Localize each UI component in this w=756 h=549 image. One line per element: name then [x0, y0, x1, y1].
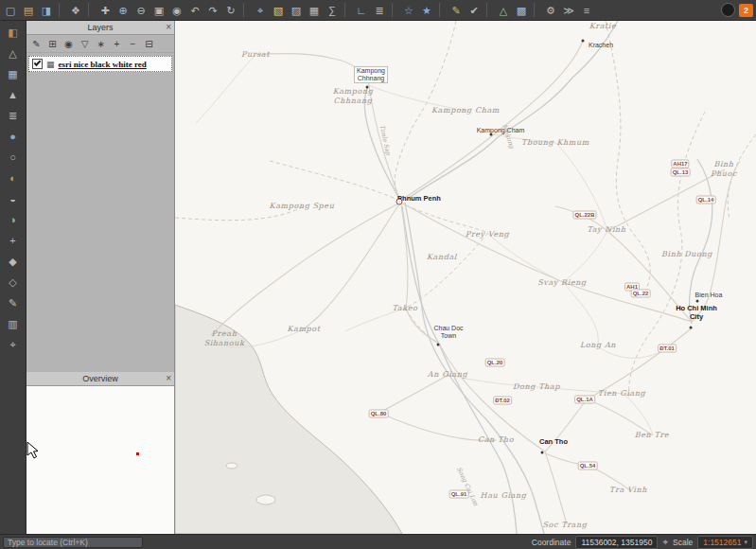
region-label: Tra Vinh [609, 486, 647, 495]
save-edits-icon[interactable]: ✔ [466, 2, 483, 19]
show-bookmarks-icon[interactable]: ★ [418, 2, 435, 19]
save-project-icon[interactable]: ◨ [38, 2, 55, 19]
options-icon[interactable]: ≡ [578, 2, 595, 19]
remove-layer-icon[interactable]: ⊟ [142, 37, 156, 51]
zoom-next-icon[interactable]: ↷ [204, 2, 221, 19]
zoom-full-icon[interactable]: ▣ [150, 2, 167, 19]
add-group-icon[interactable]: ⊞ [45, 37, 60, 51]
layer-row[interactable]: ▦ esri nice black white red [28, 56, 172, 72]
toolbar-right-cluster: 2 [721, 3, 754, 17]
region-label: Kampong Speu [270, 202, 335, 211]
region-label: Kratie [589, 22, 617, 31]
status-bar: Coordinate 11536002, 1351950 ⌖ Scale 1:1… [0, 534, 756, 549]
identify-features-icon[interactable]: ⌖ [252, 2, 269, 19]
overview-content[interactable] [26, 386, 174, 534]
data-source-manager-icon[interactable]: ◧ [4, 25, 23, 41]
scale-value-text: 1:1512651 [703, 538, 741, 547]
new-project-icon[interactable]: ▢ [2, 2, 19, 19]
city-label: Phnum Penh [397, 195, 441, 204]
layers-close-icon[interactable]: × [166, 21, 171, 34]
filter-by-expression-icon[interactable]: ∗ [94, 37, 108, 51]
overview-extent-marker [136, 452, 139, 455]
add-wfs-layer-icon[interactable]: ◑ [4, 212, 23, 228]
pan-map-icon[interactable]: ✚ [97, 2, 114, 19]
profile-icon[interactable] [721, 3, 735, 17]
manage-map-themes-icon[interactable]: ◉ [62, 37, 76, 51]
add-raster-layer-icon[interactable]: ▩ [513, 2, 530, 19]
overview-panel-header: Overview × [26, 372, 174, 386]
layer-visibility-checkbox[interactable] [32, 59, 43, 69]
region-label: Binh Phuoc [708, 160, 740, 179]
scale-dropdown-icon[interactable]: ▾ [744, 539, 747, 546]
region-label: Long An [580, 341, 616, 350]
locate-input[interactable] [3, 537, 143, 548]
region-label: Svay Rieng [537, 278, 586, 288]
add-delimited-text-layer-icon[interactable]: ≣ [4, 108, 23, 124]
new-geopackage-layer-icon[interactable]: ◆ [4, 254, 23, 270]
open-project-icon[interactable]: ▤ [20, 2, 37, 19]
add-xyz-layer-icon[interactable]: ◒ [4, 191, 23, 207]
region-label: Takeo [393, 304, 418, 313]
python-console-icon[interactable]: ≫ [560, 2, 577, 19]
select-features-icon[interactable]: ▧ [270, 2, 287, 19]
open-layer-styling-panel-icon[interactable]: ✎ [29, 37, 44, 51]
style-manager-icon[interactable]: ❖ [67, 2, 84, 19]
coordinate-value[interactable]: 11536002, 1351950 [575, 536, 658, 549]
city-label: Can Tho [539, 438, 568, 447]
extents-icon[interactable]: ⌖ [662, 537, 668, 548]
city-marker [541, 452, 544, 454]
add-vector-layer-icon[interactable]: △ [495, 2, 512, 19]
open-attribute-table-icon[interactable]: ▦ [306, 2, 323, 19]
toggle-editing-icon[interactable]: ✎ [448, 2, 465, 19]
expand-all-icon[interactable]: + [110, 37, 124, 51]
new-virtual-layer-icon[interactable]: ◇ [4, 274, 23, 291]
scale-label: Scale [673, 538, 693, 547]
open-layer-styling-icon[interactable]: ✎ [4, 295, 23, 311]
measure-line-icon[interactable]: ∟ [353, 2, 370, 19]
filter-legend-icon[interactable]: ▽ [78, 37, 92, 51]
zoom-out-icon[interactable]: ⊖ [132, 2, 149, 19]
add-spatialite-layer-icon[interactable]: ○ [4, 150, 23, 166]
city-marker [437, 344, 440, 346]
left-toolbar: ◧△▦▲≣●○◐◒◑+◆◇✎▥⌖ [0, 21, 26, 534]
map-canvas[interactable]: KratiePursatKampong ChhnangKampong ChamT… [175, 21, 756, 534]
add-mesh-layer-icon[interactable]: ▲ [4, 87, 23, 103]
add-postgis-layer-icon[interactable]: ● [4, 129, 23, 145]
region-label: Prey Veng [466, 230, 509, 239]
layers-panel-header: Layers × [26, 21, 174, 35]
zoom-in-icon[interactable]: ⊕ [114, 2, 132, 19]
region-label: Kampot [287, 325, 320, 334]
new-shapefile-layer-icon[interactable]: + [4, 233, 23, 249]
road-shield: QL.22B [572, 211, 596, 220]
overview-close-icon[interactable]: × [166, 372, 171, 385]
road-shield: QL.20 [485, 359, 505, 367]
region-label: Tay Ninh [587, 225, 625, 235]
new-bookmark-icon[interactable]: ☆ [400, 2, 417, 19]
deselect-features-icon[interactable]: ▨ [288, 2, 305, 19]
processing-toolbox-icon[interactable]: ⚙ [542, 2, 559, 19]
region-label: Hau Giang [481, 491, 527, 501]
notification-badge[interactable]: 2 [739, 4, 753, 17]
main-row: ◧△▦▲≣●○◐◒◑+◆◇✎▥⌖ Layers × ✎⊞◉▽∗+−⊟ ▦ esr… [0, 21, 756, 534]
road-shield: QL.54 [578, 462, 598, 470]
scale-value[interactable]: 1:1512651 ▾ [697, 536, 753, 549]
refresh-map-icon[interactable]: ↻ [222, 2, 239, 19]
add-raster-layer-icon[interactable]: ▦ [4, 66, 23, 82]
toolbar-separator [392, 3, 396, 17]
zoom-to-selection-icon[interactable]: ◉ [168, 2, 185, 19]
region-label: Kampong Cham [431, 106, 500, 115]
statistics-panel-icon[interactable]: ≣ [371, 2, 388, 19]
zoom-last-icon[interactable]: ↶ [186, 2, 203, 19]
road-shield: QL.22 [631, 290, 651, 298]
collapse-all-icon[interactable]: − [126, 37, 140, 51]
road-shield: AH17 [671, 160, 689, 168]
layer-name[interactable]: esri nice black white red [59, 60, 147, 69]
add-wms-layer-icon[interactable]: ◐ [4, 170, 23, 186]
toolbar-separator [534, 3, 538, 17]
georeferencer-icon[interactable]: ⌖ [4, 337, 23, 353]
region-label: Kampong Chhnang [333, 87, 374, 106]
field-calculator-icon[interactable]: ∑ [324, 2, 341, 19]
add-vector-layer-icon[interactable]: △ [4, 45, 23, 62]
layout-manager-icon[interactable]: ▥ [4, 316, 23, 332]
city-label: Kracheh [589, 42, 613, 49]
